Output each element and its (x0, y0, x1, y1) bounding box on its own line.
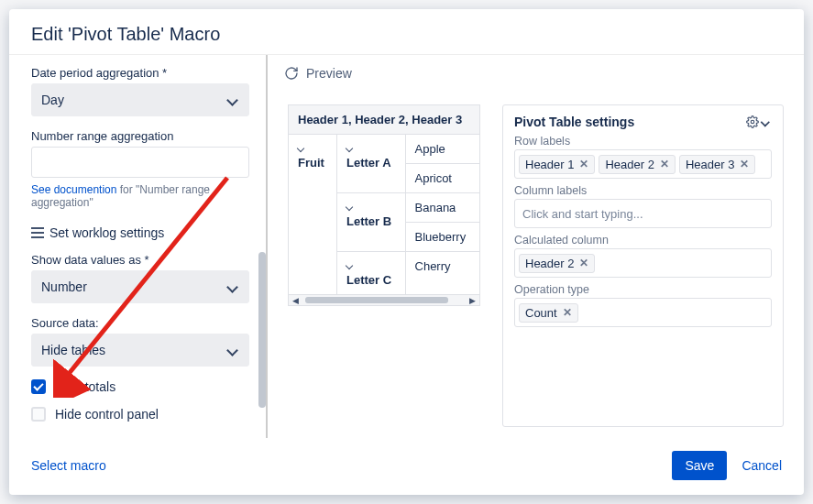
hide-control-panel-checkbox[interactable]: Hide control panel (31, 407, 249, 422)
preview-label: Preview (306, 66, 352, 81)
tag[interactable]: Header 3✕ (679, 155, 755, 174)
chevron-down-icon (228, 281, 239, 292)
pivot-table: Header 1, Header 2, Header 3 Fruit Lette… (288, 104, 480, 295)
chevron-down-icon (228, 345, 239, 356)
date-period-label: Date period aggregation * (31, 66, 249, 80)
number-range-field: Number range aggregation See documention… (31, 129, 249, 209)
show-as-value: Number (41, 279, 87, 294)
number-range-input[interactable] (31, 147, 249, 178)
show-as-field: Show data values as * Number (31, 253, 249, 303)
number-range-helper: See documention for "Number range aggreg… (31, 183, 249, 209)
column-labels-placeholder: Click and start typing... (519, 204, 647, 224)
settings-title: Pivot Table settings (514, 115, 634, 129)
calculated-column-input[interactable]: Header 2✕ (514, 248, 772, 278)
row-labels-input[interactable]: Header 1✕ Header 2✕ Header 3✕ (514, 149, 772, 179)
expand-icon[interactable] (346, 142, 356, 156)
pivot-table-container: Header 1, Header 2, Header 3 Fruit Lette… (288, 104, 480, 427)
date-period-field: Date period aggregation * Day (31, 66, 249, 116)
cell: Blueberry (405, 223, 479, 252)
tag[interactable]: Header 1✕ (519, 155, 595, 174)
documentation-link[interactable]: See documention (31, 183, 116, 196)
hide-totals-label: Hide totals (55, 379, 115, 394)
scrollbar-thumb[interactable] (305, 297, 448, 303)
remove-tag-icon[interactable]: ✕ (579, 158, 588, 170)
config-panel: Date period aggregation * Day Number ran… (9, 55, 266, 438)
cell: Cherry (405, 252, 479, 295)
select-macro-link[interactable]: Select macro (31, 458, 106, 473)
calculated-column-label: Calculated column (514, 234, 772, 247)
modal-footer: Select macro Save Cancel (9, 438, 804, 495)
source-data-select[interactable]: Hide tables (31, 334, 249, 367)
preview-header: Preview (284, 66, 787, 81)
show-as-select[interactable]: Number (31, 270, 249, 303)
operation-type-label: Operation type (514, 283, 772, 296)
save-button[interactable]: Save (672, 451, 727, 480)
list-icon (31, 227, 44, 238)
settings-header: Pivot Table settings (514, 115, 772, 129)
expand-icon[interactable] (346, 259, 356, 273)
scroll-right-icon[interactable]: ▶ (469, 296, 476, 305)
worklog-settings-button[interactable]: Set worklog settings (31, 225, 249, 240)
chevron-down-icon (228, 94, 239, 105)
source-data-field: Source data: Hide tables (31, 316, 249, 367)
macro-edit-modal: Edit 'Pivot Table' Macro Date period agg… (9, 9, 804, 495)
tag[interactable]: Header 2✕ (599, 155, 675, 174)
footer-actions: Save Cancel (672, 451, 782, 480)
tag[interactable]: Header 2✕ (519, 254, 595, 273)
cancel-button[interactable]: Cancel (742, 458, 782, 473)
hide-totals-checkbox[interactable]: Hide totals (31, 379, 249, 394)
subgroup-a[interactable]: Letter A (337, 135, 406, 193)
expand-icon[interactable] (346, 201, 356, 214)
settings-menu-button[interactable] (746, 115, 772, 128)
worklog-label: Set worklog settings (49, 225, 164, 240)
remove-tag-icon[interactable]: ✕ (579, 257, 588, 269)
hide-control-label: Hide control panel (55, 407, 159, 422)
pivot-horizontal-scrollbar[interactable]: ◀ ▶ (288, 295, 480, 306)
number-range-label: Number range aggregation (31, 129, 249, 143)
source-data-label: Source data: (31, 316, 249, 330)
chevron-down-icon (762, 117, 771, 126)
subgroup-c[interactable]: Letter C (337, 252, 406, 295)
pivot-settings-panel: Pivot Table settings Row labels Header 1… (502, 104, 784, 427)
expand-icon[interactable] (298, 142, 307, 156)
modal-title: Edit 'Pivot Table' Macro (31, 24, 782, 45)
scrollbar-thumb[interactable] (258, 252, 266, 408)
pivot-header: Header 1, Header 2, Header 3 (289, 105, 480, 135)
date-period-select[interactable]: Day (31, 83, 249, 116)
row-labels-label: Row labels (514, 135, 772, 148)
column-labels-label: Column labels (514, 184, 772, 197)
modal-header: Edit 'Pivot Table' Macro (9, 9, 804, 54)
modal-body: Date period aggregation * Day Number ran… (9, 54, 804, 438)
remove-tag-icon[interactable]: ✕ (563, 306, 572, 319)
tag[interactable]: Count✕ (519, 303, 578, 323)
row-group[interactable]: Fruit (289, 135, 337, 295)
cell: Apple (405, 135, 479, 164)
refresh-icon[interactable] (284, 66, 299, 81)
operation-type-input[interactable]: Count✕ (514, 298, 772, 327)
gear-icon (746, 115, 759, 128)
cell: Apricot (405, 164, 479, 193)
left-scrollbar[interactable] (258, 60, 266, 433)
preview-panel: Preview Header 1, Header 2, Header 3 Fru… (266, 55, 804, 438)
remove-tag-icon[interactable]: ✕ (660, 158, 669, 170)
checkbox-unchecked-icon (31, 407, 46, 422)
source-data-value: Hide tables (41, 343, 105, 357)
svg-point-0 (751, 120, 754, 124)
remove-tag-icon[interactable]: ✕ (740, 158, 749, 170)
subgroup-b[interactable]: Letter B (337, 193, 406, 252)
show-as-label: Show data values as * (31, 253, 249, 267)
column-labels-input[interactable]: Click and start typing... (514, 199, 772, 228)
cell: Banana (405, 193, 479, 223)
scroll-left-icon[interactable]: ◀ (292, 296, 299, 305)
preview-content: Header 1, Header 2, Header 3 Fruit Lette… (284, 93, 787, 427)
checkbox-checked-icon (31, 379, 46, 394)
date-period-value: Day (41, 93, 64, 107)
